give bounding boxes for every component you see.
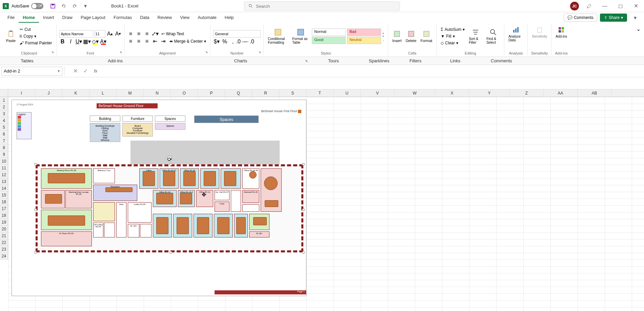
row-header[interactable]: 20 [0,226,8,232]
row-header[interactable]: 15 [0,192,8,199]
redo-icon[interactable] [71,2,79,10]
row-header[interactable]: 10 [0,158,8,165]
fp-tab-spaces-big[interactable]: Spaces [194,116,259,123]
number-format-select[interactable] [213,30,261,38]
row-header[interactable]: 9 [0,151,8,158]
select-all-corner[interactable] [0,89,8,97]
ribbon2-tab-links[interactable]: Links [430,58,470,63]
row-header[interactable]: 13 [0,178,8,185]
row-header[interactable]: 5 [0,124,8,131]
menu-tab-automate[interactable]: Automate [194,13,221,23]
close-icon[interactable]: ✕ [632,2,640,10]
column-header[interactable]: K [62,89,89,97]
ribbon2-tab-tours[interactable]: Tours [308,58,348,63]
ribbon-options-icon[interactable]: ▾ [631,14,639,22]
merge-center-button[interactable]: ⬌Merge & Center▾ [168,38,208,44]
cell-style-bad[interactable]: Bad [347,28,381,36]
row-header[interactable]: 4 [0,117,8,124]
align-bottom-icon[interactable]: ≡ [144,30,150,37]
column-header[interactable]: T [306,89,334,97]
autosave-toggle[interactable]: AutoSave Off [12,3,43,9]
dialog-launcher-icon[interactable]: ⬊ [120,50,124,55]
menu-tab-draw[interactable]: Draw [58,13,77,23]
menu-tab-page-layout[interactable]: Page Layout [77,13,109,23]
row-header[interactable]: 6 [0,131,8,138]
ribbon2-tab-filters[interactable]: Filters [389,58,430,63]
row-header[interactable]: 17 [0,205,8,212]
fp-tab-spaces[interactable]: Spaces [155,116,185,122]
underline-button[interactable]: U▾ [76,38,82,45]
align-center-icon[interactable]: ≡ [136,38,142,45]
column-header[interactable]: W [395,89,435,97]
column-header[interactable]: M [117,89,144,97]
style-gallery-expand-icon[interactable]: ⌄ [382,38,385,41]
cell-style-normal[interactable]: Normal [312,28,346,36]
row-header[interactable]: 21 [0,232,8,239]
search-box[interactable] [244,1,400,11]
dialog-launcher-icon[interactable]: ⬊ [52,50,56,55]
row-header[interactable]: 8 [0,144,8,151]
column-header[interactable]: S [279,89,306,97]
ribbon2-tab-tables[interactable]: Tables [0,58,54,63]
menu-tab-home[interactable]: Home [19,13,39,23]
menu-tab-formulas[interactable]: Formulas [109,13,136,23]
resize-handle-w[interactable] [34,208,37,211]
row-header[interactable]: 2 [0,104,8,110]
cell-style-neutral[interactable]: Neutral [347,37,381,44]
formula-cancel-icon[interactable]: ✕ [72,67,79,75]
row-header[interactable]: 7 [0,138,8,144]
user-avatar[interactable]: JC [570,2,579,11]
cell-style-good[interactable]: Good [312,37,346,44]
column-header[interactable]: P [198,89,225,97]
fp-card-furniture[interactable]: Board Computer Furniture Movable Furnish… [122,123,153,137]
menu-tab-insert[interactable]: Insert [39,13,58,23]
dialog-launcher-icon[interactable]: ⬊ [205,50,209,55]
dialog-launcher-icon[interactable]: ⬊ [259,50,263,55]
clear-button[interactable]: ◇Clear▾ [439,40,466,46]
resize-handle-s[interactable] [169,251,172,254]
fill-button[interactable]: ▼Fill▾ [439,33,466,39]
format-as-table-button[interactable]: Format as Table [291,27,310,46]
pen-icon[interactable] [585,2,593,10]
name-box[interactable]: Add-in 2 ▾ [1,67,62,76]
border-button[interactable]: ▦▾ [84,38,90,45]
align-right-icon[interactable]: ≡ [144,38,150,45]
resize-handle-n[interactable] [169,163,172,166]
fp-tab-building[interactable]: Building [90,116,120,122]
fp-card-building[interactable]: Building Envelope Ceiling Door Floor Sta… [90,123,120,142]
column-header[interactable]: L [89,89,117,97]
column-header[interactable]: J [35,89,62,97]
ribbon2-tab-charts[interactable]: Charts [176,58,305,63]
decrease-indent-icon[interactable]: ⇤ [152,38,159,45]
search-input[interactable] [256,4,396,9]
row-header[interactable]: 3 [0,110,8,117]
orientation-icon[interactable]: ⤢▾ [152,30,159,37]
font-name-select[interactable] [59,30,93,38]
copy-button[interactable]: ⎘Copy▾ [18,33,53,39]
analyze-data-button[interactable]: Analyze Data [507,24,525,48]
italic-button[interactable]: I [67,38,74,45]
conditional-formatting-button[interactable]: Conditional Formatting [266,27,289,46]
decrease-font-icon[interactable]: A▾ [115,30,122,37]
ribbon2-tab-add-ins[interactable]: Add-ins [54,58,176,63]
row-header[interactable]: 24 [0,253,8,260]
font-color-button[interactable]: A▾ [100,38,107,45]
format-cells-button[interactable]: Format [419,28,434,44]
autosum-button[interactable]: ΣAutoSum▾ [439,26,466,33]
menu-tab-review[interactable]: Review [154,13,176,23]
align-middle-icon[interactable]: ≡ [136,30,142,37]
cut-button[interactable]: ✂Cut [18,26,53,33]
resize-handle-nw[interactable] [34,163,37,166]
sensitivity-button[interactable]: Sensitivity [530,24,548,48]
formula-input[interactable] [100,67,643,76]
fx-icon[interactable]: fx [94,68,97,74]
addins-button[interactable]: Add-ins [554,24,568,48]
resize-handle-e[interactable] [302,208,305,211]
column-header[interactable]: O [171,89,198,97]
fill-color-button[interactable]: ◇▾ [92,38,99,45]
share-button[interactable]: ⇪Share▾ [600,14,627,22]
column-header[interactable]: U [334,89,361,97]
increase-indent-icon[interactable]: ⇥ [160,38,167,45]
minimize-icon[interactable]: — [601,2,609,10]
row-header[interactable]: 1 [0,97,8,104]
